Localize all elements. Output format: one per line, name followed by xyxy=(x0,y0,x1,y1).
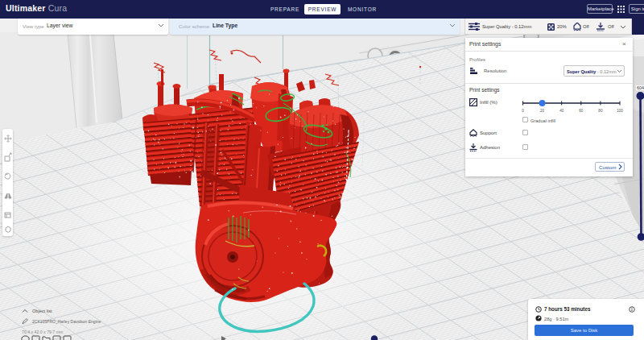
svg-text:80: 80 xyxy=(598,109,603,113)
svg-text:100: 100 xyxy=(617,109,623,113)
svg-text:0: 0 xyxy=(522,109,524,113)
svg-text:20: 20 xyxy=(540,109,545,113)
svg-text:60: 60 xyxy=(579,109,584,113)
svg-text:40: 40 xyxy=(559,109,564,113)
